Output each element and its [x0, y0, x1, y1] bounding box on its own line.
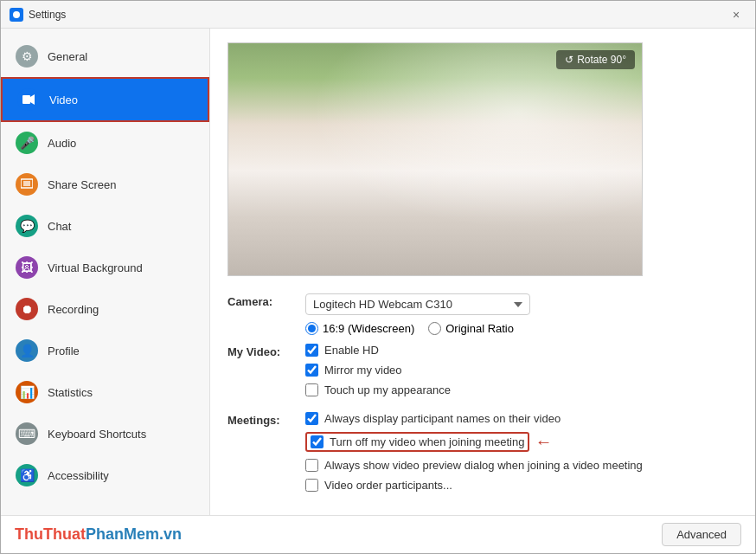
sidebar-label-keyboard-shortcuts: Keyboard Shortcuts: [48, 428, 146, 441]
titlebar: Settings ×: [1, 1, 755, 29]
ratio-original-radio[interactable]: [428, 322, 441, 335]
aspect-ratio-group: 16:9 (Widescreen) Original Ratio: [305, 322, 738, 335]
sidebar-item-video[interactable]: Video: [1, 77, 209, 122]
camera-label: Camera:: [227, 293, 305, 308]
meetings-row: Meetings: Always display participant nam…: [227, 412, 738, 499]
preview-image: [228, 43, 642, 275]
sidebar-item-accessibility[interactable]: ♿ Accessibility: [1, 454, 209, 496]
always-display-names-label: Always display participant names on thei…: [324, 412, 561, 425]
close-button[interactable]: ×: [726, 4, 746, 25]
turn-off-video-highlighted: Turn off my video when joining meeting: [305, 432, 529, 452]
enable-hd-option[interactable]: Enable HD: [305, 344, 738, 357]
always-show-preview-option[interactable]: Always show video preview dialog when jo…: [305, 459, 738, 472]
profile-icon: 👤: [15, 338, 39, 363]
general-icon: ⚙: [15, 44, 39, 68]
sidebar-label-general: General: [48, 50, 87, 63]
sidebar-item-share-screen[interactable]: Share Screen: [1, 164, 209, 205]
keyboard-shortcuts-icon: ⌨: [15, 422, 39, 446]
audio-icon: 🎤: [15, 131, 39, 155]
advanced-button[interactable]: Advanced: [662, 523, 741, 546]
video-order-checkbox[interactable]: [305, 479, 318, 492]
sidebar-item-virtual-background[interactable]: 🖼 Virtual Background: [1, 247, 209, 288]
brand-phan: Phan: [86, 525, 124, 543]
svg-rect-1: [22, 95, 30, 104]
sidebar-label-profile: Profile: [48, 345, 80, 358]
meetings-label: Meetings:: [227, 412, 305, 427]
rotate-label: Rotate 90°: [577, 54, 626, 66]
sidebar-label-chat: Chat: [48, 220, 71, 233]
sidebar-label-statistics: Statistics: [48, 386, 93, 399]
my-video-row: My Video: Enable HD Mirror my video Touc…: [227, 344, 738, 403]
always-show-preview-label: Always show video preview dialog when jo…: [324, 459, 643, 472]
touch-up-option[interactable]: Touch up my appearance: [305, 383, 738, 396]
touch-up-label: Touch up my appearance: [324, 383, 451, 396]
app-icon: [10, 8, 23, 22]
sidebar-label-share-screen: Share Screen: [48, 178, 117, 191]
video-order-label: Video order participants...: [324, 479, 452, 492]
recording-icon: ⏺: [15, 297, 39, 321]
rotate-button[interactable]: ↺ Rotate 90°: [556, 50, 635, 69]
window-title: Settings: [29, 9, 726, 21]
brand-mem: Mem: [124, 525, 159, 543]
brand-vn: .vn: [159, 525, 182, 543]
rotate-icon: ↺: [565, 54, 573, 66]
camera-select[interactable]: Logitech HD Webcam C310 Default Camera I…: [305, 293, 530, 315]
ratio-16-9-option[interactable]: 16:9 (Widescreen): [305, 322, 414, 335]
sidebar-label-virtual-background: Virtual Background: [48, 261, 143, 274]
camera-preview: ↺ Rotate 90°: [227, 42, 643, 276]
statistics-icon: 📊: [15, 380, 39, 404]
always-show-preview-checkbox[interactable]: [305, 459, 318, 472]
sidebar-item-keyboard-shortcuts[interactable]: ⌨ Keyboard Shortcuts: [1, 413, 209, 454]
sidebar-item-statistics[interactable]: 📊 Statistics: [1, 371, 209, 413]
sidebar-label-accessibility: Accessibility: [48, 469, 109, 482]
sidebar-item-recording[interactable]: ⏺ Recording: [1, 288, 209, 330]
video-settings-panel: ↺ Rotate 90° Camera: Logitech HD Webcam …: [210, 29, 755, 515]
brand-thuat: Thuat: [43, 525, 86, 543]
video-icon: [16, 87, 41, 112]
camera-row: Camera: Logitech HD Webcam C310 Default …: [227, 293, 738, 335]
my-video-label: My Video:: [227, 344, 305, 358]
mirror-video-checkbox[interactable]: [305, 364, 318, 377]
footer: ThuThuatPhanMem.vn Advanced: [1, 515, 755, 553]
touch-up-checkbox[interactable]: [305, 383, 318, 396]
ratio-16-9-radio[interactable]: [305, 322, 318, 335]
enable-hd-label: Enable HD: [324, 344, 379, 357]
mirror-video-option[interactable]: Mirror my video: [305, 364, 738, 377]
video-order-option[interactable]: Video order participants...: [305, 479, 738, 492]
sidebar-label-recording: Recording: [48, 303, 99, 316]
virtual-background-icon: 🖼: [15, 255, 39, 280]
svg-marker-2: [30, 94, 35, 105]
svg-point-0: [13, 11, 20, 18]
sidebar-item-chat[interactable]: 💬 Chat: [1, 205, 209, 247]
ratio-original-label: Original Ratio: [445, 322, 514, 335]
brand-thu: Thu: [15, 525, 43, 543]
enable-hd-checkbox[interactable]: [305, 344, 318, 357]
turn-off-video-checkbox[interactable]: [311, 435, 324, 448]
turn-off-video-label: Turn off my video when joining meeting: [330, 435, 524, 448]
accessibility-icon: ♿: [15, 463, 39, 487]
sidebar-label-audio: Audio: [48, 137, 76, 150]
always-display-names-option[interactable]: Always display participant names on thei…: [305, 412, 738, 425]
sidebar-label-video: Video: [49, 93, 78, 106]
brand-logo: ThuThuatPhanMem.vn: [15, 525, 182, 544]
main-layout: ⚙ General Video 🎤 Audio: [1, 29, 755, 515]
ratio-16-9-label: 16:9 (Widescreen): [323, 322, 414, 335]
mirror-video-label: Mirror my video: [324, 364, 402, 377]
sidebar-item-audio[interactable]: 🎤 Audio: [1, 122, 209, 164]
meetings-controls: Always display participant names on thei…: [305, 412, 738, 499]
share-screen-icon: [15, 172, 39, 196]
always-display-names-checkbox[interactable]: [305, 412, 318, 425]
ratio-original-option[interactable]: Original Ratio: [428, 322, 514, 335]
red-arrow-icon: ←: [535, 432, 552, 452]
sidebar-item-general[interactable]: ⚙ General: [1, 35, 209, 77]
svg-rect-4: [23, 181, 30, 186]
sidebar: ⚙ General Video 🎤 Audio: [1, 29, 210, 515]
camera-controls: Logitech HD Webcam C310 Default Camera I…: [305, 293, 738, 335]
sidebar-item-profile[interactable]: 👤 Profile: [1, 330, 209, 371]
my-video-controls: Enable HD Mirror my video Touch up my ap…: [305, 344, 738, 403]
settings-window: Settings × ⚙ General Video: [0, 0, 756, 554]
turn-off-video-row: Turn off my video when joining meeting ←: [305, 432, 738, 452]
chat-icon: 💬: [15, 214, 39, 238]
